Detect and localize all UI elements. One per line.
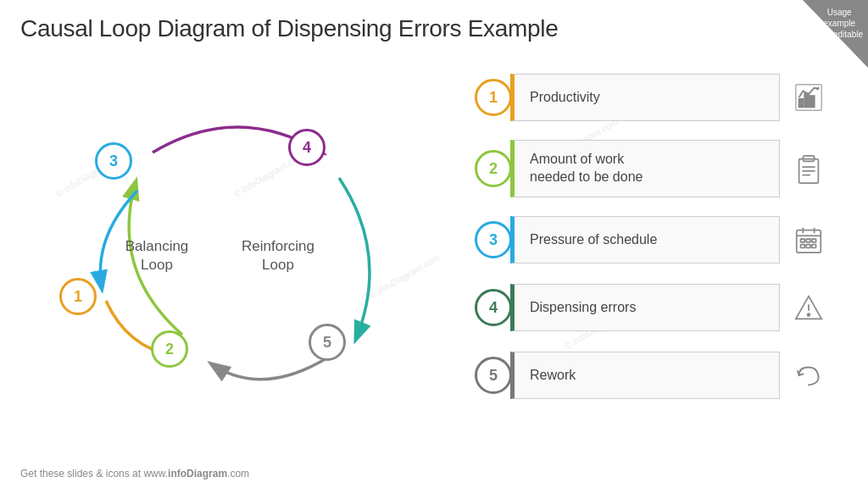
list-bar-5: Rework [510,352,780,399]
diagram-area: 1 2 3 4 5 BalancingLoop ReinforcingLoop [17,68,475,458]
node-4: 4 [288,129,326,166]
node-1: 1 [59,278,97,315]
list-area: 1 Productivity 2 Amount of workneeded to… [475,68,831,413]
list-item-3: 3 Pressure of schedule [475,210,831,269]
node-3: 3 [95,142,132,180]
list-item-2: 2 Amount of workneeded to be done [475,136,831,202]
warning-icon [787,286,831,330]
footer-text: Get these slides & icons at www.infoDiag… [20,468,249,480]
balancing-loop-label: BalancingLoop [106,237,208,274]
usage-text: Usageexamplefully editable [815,7,863,40]
list-bar-4: Dispensing errors [510,284,780,331]
svg-rect-14 [806,239,810,242]
list-bar-2: Amount of workneeded to be done [510,140,780,197]
list-bar-1: Productivity [510,74,780,121]
list-bar-3: Pressure of schedule [510,216,780,263]
svg-rect-2 [804,93,809,107]
list-num-4: 4 [475,289,512,326]
footer: Get these slides & icons at www.infoDiag… [20,468,249,480]
undo-icon [787,353,831,397]
clipboard-icon [787,147,831,191]
svg-rect-16 [801,245,805,248]
list-num-3: 3 [475,221,512,258]
list-item-5: 5 Rework [475,346,831,405]
usage-banner: Usageexamplefully editable [775,0,868,68]
svg-rect-18 [812,245,816,248]
list-text-3: Pressure of schedule [530,231,657,249]
list-item-1: 1 Productivity [475,68,831,127]
list-text-5: Rework [530,367,576,385]
list-item-4: 4 Dispensing errors [475,278,831,337]
reinforcing-loop-label: ReinforcingLoop [227,237,329,274]
svg-rect-1 [799,99,804,108]
list-text-4: Dispensing errors [530,299,636,317]
svg-rect-17 [806,245,810,248]
list-text-1: Productivity [530,89,600,107]
list-num-1: 1 [475,79,512,116]
svg-rect-3 [810,96,815,107]
list-num-5: 5 [475,357,512,394]
chart-icon [787,75,831,119]
list-num-2: 2 [475,150,512,187]
page-title: Causal Loop Diagram of Dispensing Errors… [20,15,559,42]
node-5: 5 [309,324,346,361]
calendar-icon [787,218,831,262]
svg-rect-15 [812,239,816,242]
list-text-2: Amount of workneeded to be done [530,151,643,186]
node-2: 2 [151,330,188,368]
svg-point-21 [808,313,810,316]
svg-rect-13 [801,239,805,242]
